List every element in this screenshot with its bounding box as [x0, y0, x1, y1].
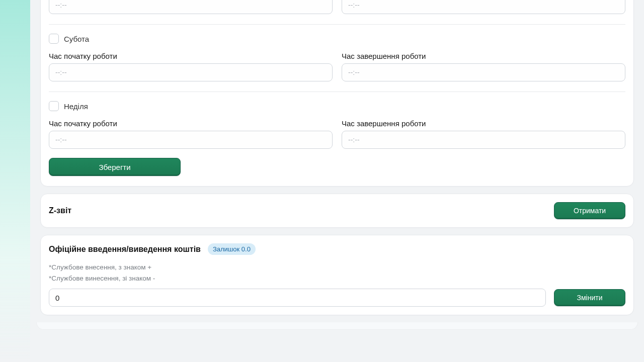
saturday-start-input[interactable]: [49, 63, 333, 81]
saturday-end-input[interactable]: [342, 63, 625, 81]
change-button[interactable]: Змінити: [554, 289, 625, 306]
friday-end-input[interactable]: [342, 0, 625, 14]
saturday-label: Субота: [64, 35, 89, 43]
start-time-label: Час початку роботи: [49, 119, 333, 128]
outer-footer-rounding: [36, 322, 638, 330]
funds-card: Офіційне введення/виведення коштів Залиш…: [40, 235, 634, 315]
funds-title: Офіційне введення/виведення коштів: [49, 245, 201, 254]
z-report-title: Z-звіт: [49, 206, 71, 215]
schedule-card: Час початку роботи Час завершення роботи…: [40, 0, 634, 187]
get-report-button[interactable]: Отримати: [554, 202, 625, 219]
page-scroll: Час початку роботи Час завершення роботи…: [0, 0, 644, 330]
sunday-start-input[interactable]: [49, 131, 333, 149]
funds-amount-input[interactable]: [49, 289, 546, 307]
saturday-check-row: Субота: [41, 25, 633, 45]
sunday-label: Неділя: [64, 102, 88, 111]
friday-time-block: Час початку роботи Час завершення роботи: [41, 0, 633, 14]
hint-deposit: *Службове внесення, з знаком +: [49, 262, 625, 273]
sunday-time-block: Час початку роботи Час завершення роботи: [41, 119, 633, 149]
hint-withdraw: *Службове винесення, зі знаком -: [49, 273, 625, 284]
balance-badge: Залишок 0.0: [208, 243, 256, 255]
end-time-label: Час завершення роботи: [342, 52, 625, 60]
saturday-checkbox[interactable]: [49, 34, 59, 44]
start-time-label: Час початку роботи: [49, 52, 333, 60]
sunday-checkbox[interactable]: [49, 101, 59, 111]
saturday-time-block: Час початку роботи Час завершення роботи: [41, 52, 633, 81]
friday-start-input[interactable]: [49, 0, 333, 14]
sunday-end-input[interactable]: [342, 131, 625, 149]
save-button[interactable]: Зберегти: [49, 158, 181, 176]
funds-hint: *Службове внесення, з знаком + *Службове…: [49, 262, 625, 284]
z-report-card: Z-звіт Отримати: [40, 194, 634, 228]
end-time-label: Час завершення роботи: [342, 119, 625, 128]
sunday-check-row: Неділя: [41, 92, 633, 112]
